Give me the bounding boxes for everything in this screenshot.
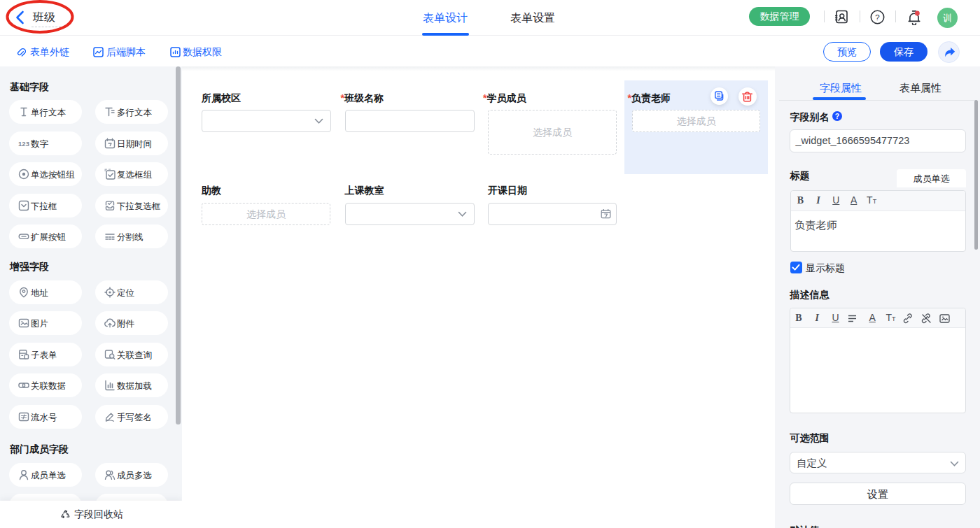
svg-text:123: 123: [18, 139, 29, 147]
svg-text:?: ?: [875, 13, 879, 22]
